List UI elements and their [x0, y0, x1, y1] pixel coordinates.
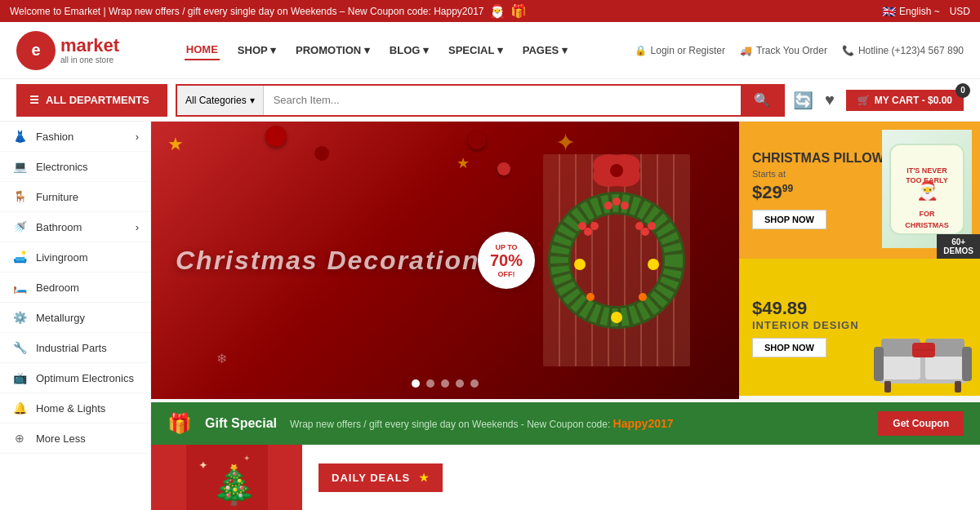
sidebar-item-home-lights[interactable]: 🔔 Home & Lights [0, 393, 150, 424]
track-order-link[interactable]: 🚚 Track You Order [740, 45, 827, 56]
language-selector[interactable]: 🇬🇧 English ~ [882, 5, 940, 18]
svg-point-25 [611, 312, 622, 323]
currency-selector[interactable]: USD [950, 6, 970, 17]
menu-icon: ☰ [29, 94, 39, 106]
pillow-svg: IT'S NEVER TOO EARLY 🎅 FOR CHRISTMAS [886, 136, 968, 242]
top-bar-message: Welcome to Emarket | Wrap new offers / g… [10, 6, 484, 17]
pillow-image: IT'S NEVER TOO EARLY 🎅 FOR CHRISTMAS [882, 130, 972, 248]
metallurgy-icon: ⚙️ [11, 311, 28, 324]
bottom-row: ✦ ✦ ★ 🎄 DAILY DEALS ★ [151, 445, 980, 510]
main-content: 👗 Fashion › 💻 Electronics 🪑 Furniture 🚿 … [0, 122, 980, 510]
svg-point-15 [590, 222, 599, 230]
svg-rect-42 [955, 381, 961, 392]
sofa-svg [870, 322, 976, 396]
search-button[interactable]: 🔍 [741, 86, 783, 115]
coupon-code: Happy2017 [613, 417, 674, 430]
phone-icon: 📞 [842, 45, 854, 56]
hero-row: ★ ★ ✦ ❄ Christmas Decoration UP TO 70% O… [151, 122, 980, 399]
cart-label: MY CART - $0.00 [875, 95, 952, 106]
tagline: all in one store [60, 55, 119, 64]
svg-rect-41 [884, 381, 891, 392]
category-dropdown[interactable]: All Categories ▾ [177, 86, 264, 115]
hero-dot-5[interactable] [470, 379, 479, 388]
wreath-svg [543, 154, 690, 366]
hero-dot-4[interactable] [456, 379, 464, 388]
svg-point-11 [610, 164, 623, 177]
sidebar-item-fashion[interactable]: 👗 Fashion › [0, 122, 150, 152]
sidebar-label-bathroom: Bathroom [36, 221, 82, 233]
sidebar-label-more-less: More Less [36, 432, 86, 445]
nav-promotion[interactable]: PROMOTION ▾ [294, 41, 372, 60]
christmas-tree-svg: ✦ ✦ ★ 🎄 [186, 445, 268, 510]
christmas-promo-image: ✦ ✦ ★ 🎄 [151, 445, 302, 510]
svg-rect-40 [962, 347, 972, 381]
ornament-4 [314, 146, 329, 161]
sidebar-label-bedroom: Bedroom [36, 282, 79, 294]
hero-banner: ★ ★ ✦ ❄ Christmas Decoration UP TO 70% O… [151, 122, 739, 399]
content-area: ★ ★ ✦ ❄ Christmas Decoration UP TO 70% O… [151, 122, 980, 510]
gift-bar: 🎁 Gift Special Wrap new offers / gift ev… [151, 402, 980, 445]
hero-dot-3[interactable] [441, 379, 449, 388]
nav-special[interactable]: SPECIAL ▾ [447, 41, 505, 60]
logo[interactable]: e market all in one store [16, 31, 119, 70]
optimum-icon: 📺 [11, 371, 28, 384]
search-input[interactable] [264, 86, 741, 115]
get-coupon-button[interactable]: Get Coupon [878, 411, 964, 436]
top-bar-right: 🇬🇧 English ~ USD [882, 5, 970, 18]
nav-home[interactable]: HOME [185, 40, 220, 60]
login-link[interactable]: 🔒 Login or Register [635, 45, 725, 56]
sidebar-item-furniture[interactable]: 🪑 Furniture [0, 182, 150, 212]
hero-dot-2[interactable] [426, 379, 434, 388]
chevron-down-icon: ▾ [250, 95, 255, 106]
sofa-image [870, 314, 976, 396]
refresh-icon[interactable]: 🔄 [793, 91, 813, 110]
gift-bar-message: Wrap new offers / gift every single day … [290, 417, 865, 430]
sidebar-label-furniture: Furniture [36, 191, 78, 203]
sidebar-item-more-less[interactable]: ⊕ More Less [0, 424, 150, 454]
svg-text:✦: ✦ [198, 459, 208, 472]
sidebar-item-electronics[interactable]: 💻 Electronics [0, 152, 150, 182]
sidebar-item-industrial[interactable]: 🔧 Industrial Parts [0, 333, 150, 363]
starts-at-label: Starts at [752, 169, 884, 179]
furniture-icon: 🪑 [11, 190, 28, 203]
header: e market all in one store HOME SHOP ▾ PR… [0, 22, 980, 79]
cart-button[interactable]: 🛒 0 MY CART - $0.00 [846, 90, 964, 111]
hotline: 📞 Hotline (+123)4 567 890 [842, 45, 964, 56]
panel-christmas: CHRISTMAS PILLOW Starts at $2999 SHOP NO… [739, 122, 980, 259]
svg-point-23 [574, 259, 586, 270]
chevron-right-icon: › [136, 131, 139, 143]
hero-dot-1[interactable] [412, 379, 420, 388]
nav-pages[interactable]: PAGES ▾ [521, 41, 569, 60]
panel-interior-text: $49.89 INTERIOR DESIGN SHOP NOW [752, 298, 859, 357]
electronics-icon: 💻 [11, 160, 28, 173]
hero-text-area: Christmas Decoration [176, 246, 480, 276]
svg-text:🎅: 🎅 [916, 180, 939, 202]
svg-text:FOR: FOR [920, 210, 935, 218]
sidebar-item-optimum[interactable]: 📺 Optimum Electronics [0, 363, 150, 393]
svg-point-22 [604, 202, 612, 210]
all-departments-btn[interactable]: ☰ ALL DEPARTMENTS [16, 84, 167, 117]
nav-blog[interactable]: BLOG ▾ [388, 41, 430, 60]
svg-point-16 [578, 222, 586, 230]
header-icons: 🔄 ♥ 🛒 0 MY CART - $0.00 [793, 90, 964, 111]
sidebar-item-metallurgy[interactable]: ⚙️ Metallurgy [0, 303, 150, 333]
sidebar-item-bedroom[interactable]: 🛏️ Bedroom [0, 273, 150, 303]
svg-rect-39 [874, 347, 884, 381]
industrial-icon: 🔧 [11, 341, 28, 354]
svg-text:CHRISTMAS: CHRISTMAS [905, 221, 949, 229]
sidebar-label-metallurgy: Metallurgy [36, 312, 85, 324]
interior-subtitle: INTERIOR DESIGN [752, 319, 859, 331]
wishlist-icon[interactable]: ♥ [825, 91, 835, 109]
sidebar-item-livingroom[interactable]: 🛋️ Livingroom [0, 242, 150, 273]
ornament-1 [468, 131, 486, 149]
interior-shop-btn[interactable]: SHOP NOW [752, 338, 826, 357]
sidebar-item-bathroom[interactable]: 🚿 Bathroom › [0, 212, 150, 242]
svg-text:🎄: 🎄 [211, 463, 258, 508]
christmas-shop-btn[interactable]: SHOP NOW [752, 210, 826, 229]
daily-deals-bar: DAILY DEALS ★ [302, 445, 980, 510]
nav-shop[interactable]: SHOP ▾ [236, 41, 278, 60]
sidebar: 👗 Fashion › 💻 Electronics 🪑 Furniture 🚿 … [0, 122, 151, 510]
snowflake-decor: ❄ [216, 351, 227, 366]
svg-point-24 [648, 259, 659, 270]
home-lights-icon: 🔔 [11, 401, 28, 415]
